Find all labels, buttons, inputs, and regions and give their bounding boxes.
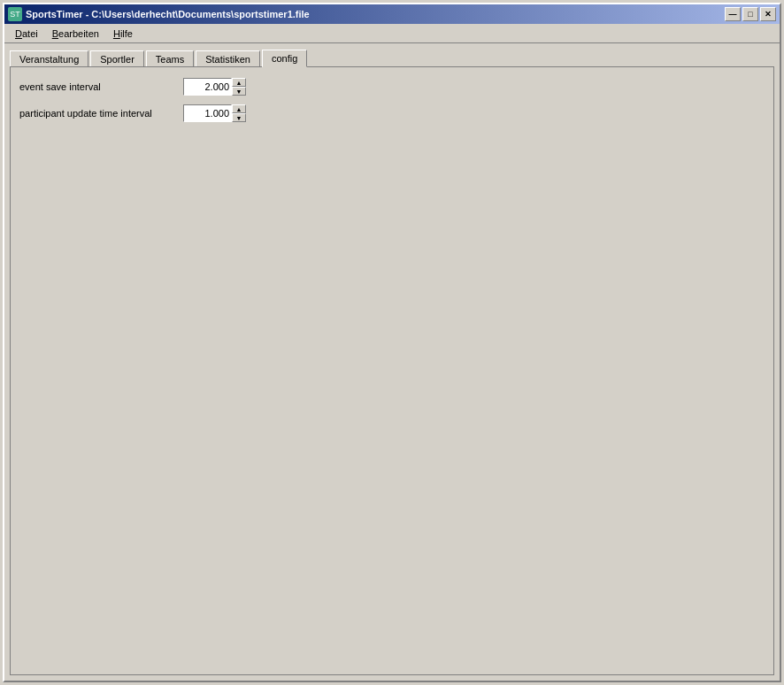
- participant-update-time-interval-up[interactable]: ▲: [232, 104, 246, 113]
- close-button[interactable]: ✕: [760, 7, 776, 21]
- tabs-container: Veranstaltung Sportler Teams Statistiken…: [10, 49, 774, 66]
- main-content: Veranstaltung Sportler Teams Statistiken…: [4, 43, 780, 681]
- event-save-interval-up[interactable]: ▲: [232, 78, 246, 87]
- menu-bearbeiten-label: B: [52, 28, 58, 39]
- event-save-interval-buttons: ▲ ▼: [232, 78, 246, 96]
- app-icon: ST: [8, 7, 22, 21]
- menu-hilfe-label: H: [113, 28, 120, 39]
- event-save-interval-down[interactable]: ▼: [232, 87, 246, 96]
- participant-update-time-interval-input[interactable]: [183, 104, 232, 122]
- window-controls: — □ ✕: [725, 7, 776, 21]
- event-save-interval-input[interactable]: [183, 78, 232, 96]
- participant-update-time-interval-down[interactable]: ▼: [232, 113, 246, 122]
- tab-sportler[interactable]: Sportler: [90, 50, 144, 67]
- participant-update-time-interval-row: participant update time interval ▲ ▼: [19, 104, 765, 122]
- menu-hilfe[interactable]: Hilfe: [106, 27, 140, 41]
- event-save-interval-label: event save interval: [19, 81, 183, 92]
- main-window: ST SportsTimer - C:\Users\derhecht\Docum…: [3, 3, 781, 682]
- participant-update-time-interval-label: participant update time interval: [19, 108, 183, 119]
- config-panel: event save interval ▲ ▼ participant upda…: [10, 66, 774, 675]
- tab-teams[interactable]: Teams: [146, 50, 194, 67]
- menu-bar: Datei Bearbeiten Hilfe: [4, 24, 780, 43]
- restore-button[interactable]: □: [742, 7, 758, 21]
- menu-bearbeiten[interactable]: Bearbeiten: [45, 27, 106, 41]
- tab-veranstaltung[interactable]: Veranstaltung: [10, 50, 88, 67]
- window-title: SportsTimer - C:\Users\derhecht\Document…: [26, 9, 310, 19]
- tab-statistiken[interactable]: Statistiken: [196, 50, 260, 67]
- minimize-button[interactable]: —: [725, 7, 741, 21]
- title-bar-left: ST SportsTimer - C:\Users\derhecht\Docum…: [8, 7, 310, 21]
- participant-update-time-interval-buttons: ▲ ▼: [232, 104, 246, 122]
- menu-datei[interactable]: Datei: [8, 27, 45, 41]
- title-bar: ST SportsTimer - C:\Users\derhecht\Docum…: [4, 4, 780, 24]
- event-save-interval-spinner: ▲ ▼: [183, 78, 246, 96]
- tab-config[interactable]: config: [262, 50, 307, 67]
- menu-datei-label: D: [15, 28, 22, 39]
- participant-update-time-interval-spinner: ▲ ▼: [183, 104, 246, 122]
- event-save-interval-row: event save interval ▲ ▼: [19, 78, 765, 96]
